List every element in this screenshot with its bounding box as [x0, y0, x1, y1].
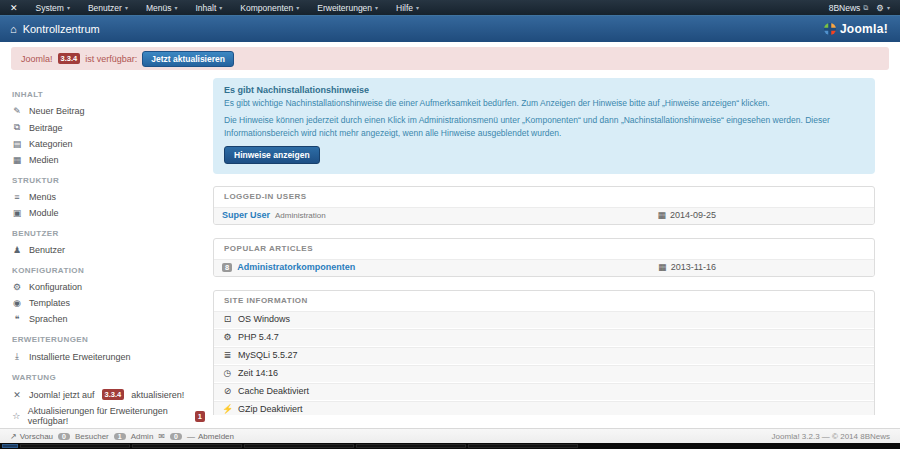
table-row: 8 Administratorkomponenten ▦2013-11-16 [214, 258, 874, 276]
chevron-down-icon: ▾ [174, 4, 177, 11]
chevron-down-icon: ▾ [375, 4, 378, 11]
taskbar-segment [468, 444, 578, 448]
chevron-down-icon: ▾ [67, 4, 70, 11]
joomla-icon: ✕ [0, 3, 27, 13]
joomla-logo: Joomla! [824, 22, 900, 36]
show-messages-button[interactable]: Hinweise anzeigen [224, 146, 320, 164]
main-content: Es gibt Nachinstallationshinweise Es gib… [205, 74, 900, 415]
notice-paragraph: Die Hinweise können jederzeit durch eine… [224, 114, 864, 139]
gear-icon: ⚙ [876, 3, 884, 13]
table-row: ⊘Cache Deaktiviert [214, 382, 874, 400]
sidebar-item-benutzer[interactable]: ♟Benutzer [12, 242, 205, 258]
menu-benutzer[interactable]: Benutzer▾ [79, 0, 137, 15]
eye-icon: ◉ [12, 298, 22, 308]
sidebar-item-templates[interactable]: ◉Templates [12, 295, 205, 311]
panel-title: POPULAR ARTICLES [214, 239, 874, 258]
taskbar-remnant [0, 443, 900, 449]
image-icon: ▦ [12, 155, 22, 165]
clock-icon: ◷ [222, 368, 233, 378]
sidebar-item-konfiguration[interactable]: ⚙Konfiguration [12, 279, 205, 295]
menu-komponenten[interactable]: Komponenten▾ [231, 0, 308, 15]
table-row: ⚙PHP 5.4.7 [214, 328, 874, 346]
sidebar-item-extension-updates[interactable]: ☆Aktualisierungen für Erweiterungen verf… [12, 403, 205, 429]
sidebar-section-inhalt: INHALT [12, 90, 205, 99]
download-icon: ⤓ [12, 351, 22, 362]
chevron-down-icon: ▾ [296, 4, 299, 11]
joomla-logo-icon [824, 23, 836, 35]
sidebar-item-joomla-update[interactable]: ✕Joomla! jetzt auf3.3.4aktualisieren! [12, 386, 205, 403]
sidebar-section-konfiguration: KONFIGURATION [12, 266, 205, 275]
taskbar-segment [20, 444, 130, 448]
menu-menus[interactable]: Menüs▾ [137, 0, 187, 15]
messages-count-badge: 0 [170, 433, 182, 440]
version-badge: 3.3.4 [58, 53, 81, 64]
post-install-notice: Es gibt Nachinstallationshinweise Es gib… [213, 78, 875, 174]
preview-icon: ↗ [10, 432, 17, 441]
site-information-panel: SITE INFORMATION ⊡OS Windows ⚙PHP 5.4.7 … [213, 290, 875, 415]
article-date: 2013-11-16 [671, 262, 716, 272]
taskbar-segment [356, 444, 466, 448]
chevron-down-icon: ▾ [219, 4, 222, 11]
page-header: ⌂Kontrollzentrum Joomla! [0, 15, 900, 42]
update-alert: Joomla! 3.3.4 ist verfügbar: Jetzt aktua… [11, 47, 889, 70]
menu-hilfe[interactable]: Hilfe▾ [387, 0, 428, 15]
login-date: 2014-09-25 [670, 210, 716, 220]
sidebar-item-neuer-beitrag[interactable]: ✎Neuer Beitrag [12, 103, 205, 119]
home-icon: ⌂ [10, 23, 17, 35]
logout-link[interactable]: —Abmelden [187, 432, 234, 441]
taskbar-segment [132, 444, 242, 448]
update-now-button[interactable]: Jetzt aktualisieren [142, 51, 234, 67]
sidebar-section-struktur: STRUKTUR [12, 176, 205, 185]
status-bar: ↗Vorschau 0 Besucher 1 Admin ✉ 0 —Abmeld… [0, 428, 900, 443]
user-location: Administration [275, 211, 326, 220]
sidebar-item-installierte-erweiterungen[interactable]: ⤓Installierte Erweiterungen [12, 348, 205, 365]
preview-link[interactable]: ↗Vorschau [10, 432, 53, 441]
chevron-down-icon: ▾ [887, 4, 890, 11]
menu-erweiterungen[interactable]: Erweiterungen▾ [308, 0, 387, 15]
user-link[interactable]: Super User [222, 210, 270, 220]
table-row: Super User Administration ▦2014-09-25 [214, 206, 874, 224]
sidebar-item-module[interactable]: ▣Module [12, 205, 205, 221]
view-site-link[interactable]: 8BNews⧉ [829, 3, 869, 13]
calendar-icon: ▦ [658, 262, 667, 272]
menu-system[interactable]: System▾ [27, 0, 79, 15]
user-icon: ♟ [12, 245, 22, 255]
star-icon: ☆ [12, 411, 21, 421]
sidebar-item-sprachen[interactable]: ❝Sprachen [12, 311, 205, 327]
admin-navbar: ✕ System▾ Benutzer▾ Menüs▾ Inhalt▾ Kompo… [0, 0, 900, 15]
sidebar-item-menus[interactable]: ≡Menüs [12, 189, 205, 205]
sidebar-item-beitraege[interactable]: ⧉Beiträge [12, 119, 205, 136]
speech-icon: ❝ [12, 314, 22, 324]
mail-icon: ✉ [158, 432, 165, 441]
sidebar-item-kategorien[interactable]: ▤Kategorien [12, 136, 205, 152]
admin-sidebar: INHALT ✎Neuer Beitrag ⧉Beiträge ▤Kategor… [0, 74, 205, 415]
gear-icon: ⚙ [12, 282, 22, 292]
sidebar-section-wartung: WARTUNG [12, 373, 205, 382]
external-link-icon: ⧉ [863, 4, 868, 12]
chevron-down-icon: ▾ [125, 4, 128, 11]
admin-label: Admin [131, 432, 154, 441]
table-row: ⊡OS Windows [214, 310, 874, 328]
logged-in-users-panel: LOGGED-IN USERS Super User Administratio… [213, 186, 875, 225]
admin-count-badge: 1 [114, 433, 126, 440]
panel-title: SITE INFORMATION [214, 291, 874, 310]
folder-icon: ▤ [12, 139, 22, 149]
module-icon: ▣ [12, 208, 22, 218]
notice-title: Es gibt Nachinstallationshinweise [224, 85, 864, 95]
chevron-down-icon: ▾ [416, 4, 419, 11]
sidebar-section-benutzer: BENUTZER [12, 229, 205, 238]
article-link[interactable]: Administratorkomponenten [237, 262, 355, 272]
taskbar-segment [2, 444, 18, 448]
popular-articles-panel: POPULAR ARTICLES 8 Administratorkomponen… [213, 238, 875, 277]
copy-icon: ⧉ [12, 122, 22, 133]
pencil-icon: ✎ [12, 106, 22, 116]
php-icon: ⚙ [222, 332, 233, 342]
joomla-icon: ✕ [12, 390, 22, 400]
menu-inhalt[interactable]: Inhalt▾ [186, 0, 231, 15]
user-settings-menu[interactable]: ⚙▾ [876, 3, 890, 13]
page-title: Kontrollzentrum [23, 23, 100, 35]
panel-title: LOGGED-IN USERS [214, 187, 874, 206]
visitors-label: Besucher [75, 432, 109, 441]
sidebar-item-medien[interactable]: ▦Medien [12, 152, 205, 168]
notice-paragraph: Es gibt wichtige Nachinstallationshinwei… [224, 97, 864, 109]
